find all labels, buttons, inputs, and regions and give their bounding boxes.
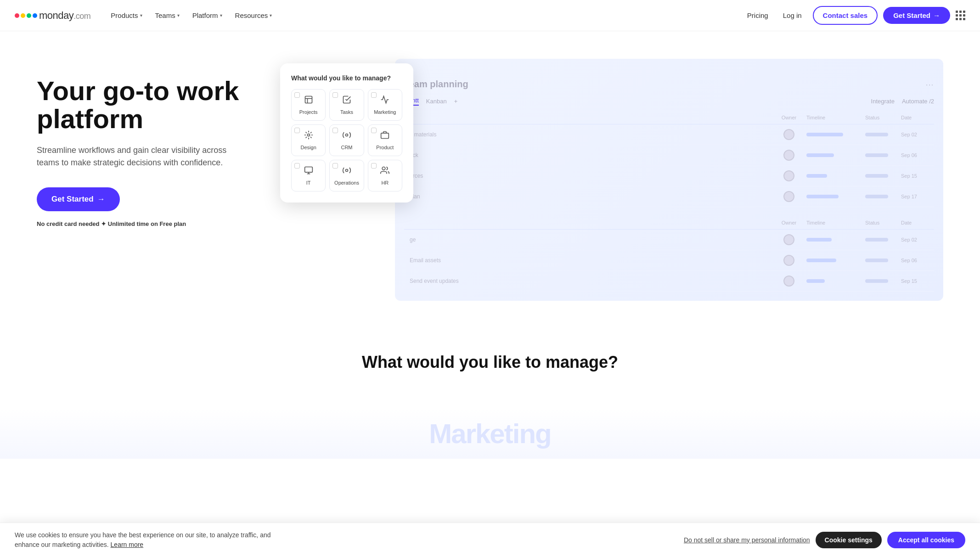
modal-item-tasks[interactable]: Tasks: [329, 89, 364, 121]
timeline-bar: [806, 153, 862, 157]
col-status: Status: [865, 115, 897, 120]
modal-crm-label: CRM: [341, 145, 352, 150]
svg-rect-6: [304, 167, 312, 173]
modal-item-product[interactable]: Product: [368, 124, 402, 156]
table-header: Owner Timeline Status Date: [404, 111, 934, 124]
hero-note: No credit card needed ✦ Unlimited time o…: [37, 220, 276, 227]
modal-item-hr[interactable]: HR: [368, 160, 402, 191]
modal-item-operations[interactable]: Operations: [329, 160, 364, 191]
status-pill: [865, 195, 897, 198]
owner-avatar: [775, 191, 803, 202]
chevron-down-icon: ▾: [177, 13, 180, 18]
logo[interactable]: monday.com: [15, 10, 90, 22]
checkbox-marketing: [371, 92, 377, 98]
nav-platform[interactable]: Platform ▾: [187, 8, 228, 23]
table-row: Send event updates Sep 15: [404, 271, 934, 292]
col-task-2: [410, 220, 772, 225]
dashboard-preview: ⠿ Team planning ··· Gantt Kanban + Integ…: [395, 59, 943, 301]
date-cell: Sep 02: [901, 132, 929, 137]
dot-red: [15, 13, 19, 18]
logo-dots: [15, 13, 37, 18]
checkbox-product: [371, 128, 377, 133]
more-options-icon[interactable]: ···: [926, 81, 934, 88]
nav-products[interactable]: Products ▾: [105, 8, 147, 23]
date-cell: Sep 15: [901, 173, 929, 179]
nav-left: monday.com Products ▾ Teams ▾ Platform ▾…: [15, 8, 277, 23]
checkbox-crm: [332, 128, 338, 133]
owner-avatar: [775, 255, 803, 266]
grid-menu-icon[interactable]: [956, 11, 965, 20]
crm-icon: [342, 130, 351, 142]
modal-item-marketing[interactable]: Marketing: [368, 89, 402, 121]
date-cell: Sep 06: [901, 258, 929, 263]
marketing-preview: Marketing: [0, 409, 980, 459]
col-owner: Owner: [775, 115, 803, 120]
get-started-nav-button[interactable]: Get Started →: [883, 7, 950, 24]
modal-item-it[interactable]: IT: [291, 160, 326, 191]
login-button[interactable]: Log in: [777, 8, 807, 23]
timeline-bar: [806, 195, 862, 198]
col-date-2: Date: [901, 220, 929, 225]
modal-item-design[interactable]: Design: [291, 124, 326, 156]
svg-point-9: [345, 169, 348, 172]
task-name: urces: [410, 173, 772, 179]
modal-operations-label: Operations: [334, 180, 359, 186]
arrow-right-icon: →: [97, 195, 105, 204]
status-pill: [865, 259, 897, 262]
get-started-nav-label: Get Started: [893, 11, 930, 19]
timeline-bar: [806, 133, 862, 136]
nav-teams[interactable]: Teams ▾: [150, 8, 185, 23]
col-task: [410, 115, 772, 120]
chevron-down-icon: ▾: [140, 13, 142, 18]
dot-blue: [33, 13, 37, 18]
owner-avatar: [775, 129, 803, 140]
status-pill: [865, 238, 897, 242]
tab-kanban[interactable]: Kanban: [426, 98, 447, 105]
table-row: urces Sep 15: [404, 166, 934, 186]
checkbox-tasks: [332, 92, 338, 98]
modal-item-projects[interactable]: Projects: [291, 89, 326, 121]
tasks-icon: [342, 95, 351, 107]
status-pill: [865, 279, 897, 283]
nav-resources[interactable]: Resources ▾: [230, 8, 278, 23]
nav-resources-label: Resources: [235, 11, 268, 19]
table-row: plan Sep 17: [404, 186, 934, 207]
svg-rect-0: [305, 96, 312, 103]
arrow-right-icon: →: [933, 11, 940, 19]
nav-products-label: Products: [111, 11, 138, 19]
manage-section: What would you like to manage?: [0, 325, 980, 409]
modal-item-crm[interactable]: CRM: [329, 124, 364, 156]
col-date: Date: [901, 115, 929, 120]
hero-left: Your go-to work platform Streamline work…: [37, 59, 276, 227]
svg-point-10: [382, 167, 385, 170]
dashboard-header: Team planning ···: [404, 79, 934, 90]
checkbox-design: [294, 128, 300, 133]
logo-name: monday: [39, 10, 73, 21]
pricing-button[interactable]: Pricing: [743, 8, 772, 23]
status-pill: [865, 133, 897, 136]
task-name: plan: [410, 193, 772, 200]
task-name: Send event updates: [410, 278, 772, 284]
col-owner-2: Owner: [775, 220, 803, 225]
contact-sales-button[interactable]: Contact sales: [813, 6, 878, 25]
tab-add[interactable]: +: [454, 98, 458, 105]
dot-green: [27, 13, 31, 18]
modal-product-label: Product: [376, 145, 394, 150]
tab-integrate[interactable]: Integrate: [871, 98, 895, 105]
logo-text: monday.com: [39, 10, 90, 22]
hero-get-started-button[interactable]: Get Started →: [37, 187, 120, 211]
dot-yellow: [21, 13, 25, 18]
timeline-bar: [806, 259, 862, 262]
hero-title: Your go-to work platform: [37, 77, 276, 133]
col-timeline: Timeline: [806, 115, 862, 120]
nav-right: Pricing Log in Contact sales Get Started…: [743, 6, 965, 25]
date-cell: Sep 06: [901, 152, 929, 158]
hero-subtitle: Streamline workflows and gain clear visi…: [37, 144, 248, 169]
table-row: ock Sep 06: [404, 145, 934, 166]
tab-automate[interactable]: Automate /2: [902, 98, 934, 105]
design-icon: [304, 130, 313, 142]
modal-tasks-label: Tasks: [340, 109, 353, 115]
marketing-heading: Marketing: [37, 418, 943, 450]
timeline-bar: [806, 279, 862, 283]
modal-title: What would you like to manage?: [291, 74, 402, 82]
